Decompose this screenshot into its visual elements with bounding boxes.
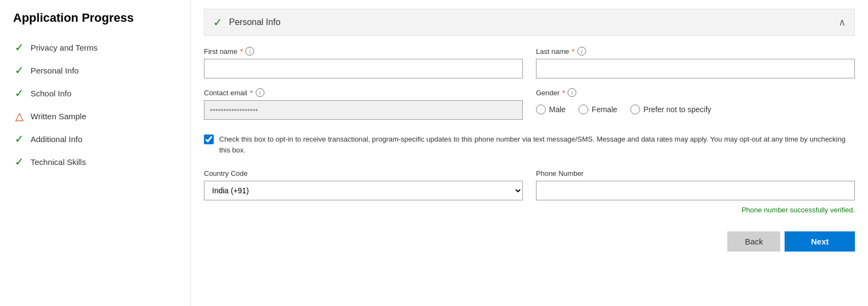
email-info-icon[interactable]: i	[256, 88, 264, 97]
gender-group: Gender * i Male Female Prefer not to spe…	[536, 88, 855, 120]
sidebar-item-school[interactable]: ✓ School Info	[13, 82, 177, 105]
gender-prefer-not-label: Prefer not to specify	[643, 105, 712, 114]
last-name-label: Last name * i	[536, 47, 855, 56]
sidebar: Application Progress ✓ Privacy and Terms…	[0, 0, 191, 306]
sidebar-item-personal[interactable]: ✓ Personal Info	[13, 59, 177, 82]
first-name-input[interactable]	[204, 59, 523, 78]
section-header: ✓ Personal Info ∧	[204, 9, 855, 36]
section-check-icon: ✓	[213, 16, 222, 29]
check-icon-additional: ✓	[13, 133, 25, 145]
next-button[interactable]: Next	[785, 231, 855, 252]
footer-buttons: Back Next	[204, 227, 855, 252]
gender-female-label: Female	[592, 105, 617, 114]
sms-checkbox-label: Check this box to opt-in to receive tran…	[219, 134, 855, 155]
gender-male-label: Male	[549, 105, 565, 114]
gender-male-option[interactable]: Male	[536, 105, 565, 114]
sidebar-label-school: School Info	[31, 89, 71, 98]
gender-options: Male Female Prefer not to specify	[536, 100, 855, 119]
gender-female-option[interactable]: Female	[578, 105, 617, 114]
check-icon-privacy: ✓	[13, 41, 25, 53]
gender-label: Gender * i	[536, 88, 855, 97]
email-required: *	[250, 89, 252, 97]
gender-female-radio[interactable]	[578, 105, 588, 114]
name-row: First name * i Last name * i	[204, 47, 855, 78]
gender-prefer-not-option[interactable]: Prefer not to specify	[630, 105, 712, 114]
phone-row: Country Code India (+91) United States (…	[204, 169, 855, 214]
country-code-label: Country Code	[204, 169, 523, 178]
chevron-up-icon[interactable]: ∧	[839, 16, 846, 28]
phone-input[interactable]	[536, 181, 855, 200]
email-gender-row: Contact email * i Gender * i Male Female	[204, 88, 855, 120]
gender-info-icon[interactable]: i	[568, 88, 576, 97]
check-icon-personal: ✓	[13, 64, 25, 76]
sidebar-item-additional[interactable]: ✓ Additional Info	[13, 127, 177, 150]
first-name-group: First name * i	[204, 47, 523, 78]
main-content: ✓ Personal Info ∧ First name * i Last na…	[191, 0, 868, 306]
first-name-info-icon[interactable]: i	[245, 47, 254, 56]
last-name-input[interactable]	[536, 59, 855, 78]
check-icon-school: ✓	[13, 87, 25, 99]
first-name-required: *	[240, 47, 243, 56]
back-button[interactable]: Back	[727, 231, 780, 252]
sidebar-label-technical: Technical Skills	[31, 157, 86, 167]
email-input[interactable]	[204, 100, 523, 120]
sidebar-item-written[interactable]: △ Written Sample	[13, 105, 177, 127]
check-icon-technical: ✓	[13, 156, 25, 168]
sidebar-label-personal: Personal Info	[31, 66, 79, 75]
last-name-required: *	[572, 47, 575, 56]
last-name-group: Last name * i	[536, 47, 855, 78]
gender-male-radio[interactable]	[536, 105, 546, 114]
gender-required: *	[562, 89, 565, 97]
phone-group: Phone Number Phone number successfully v…	[536, 169, 855, 214]
sidebar-label-additional: Additional Info	[31, 134, 82, 144]
email-label: Contact email * i	[204, 88, 523, 97]
section-title: Personal Info	[229, 17, 839, 27]
country-code-group: Country Code India (+91) United States (…	[204, 169, 523, 214]
country-code-select[interactable]: India (+91) United States (+1) United Ki…	[204, 181, 523, 200]
sidebar-label-written: Written Sample	[31, 112, 86, 121]
sms-checkbox[interactable]	[204, 134, 214, 144]
email-group: Contact email * i	[204, 88, 523, 120]
sidebar-label-privacy: Privacy and Terms	[31, 43, 98, 52]
phone-label: Phone Number	[536, 169, 855, 178]
sidebar-item-technical[interactable]: ✓ Technical Skills	[13, 150, 177, 173]
gender-prefer-not-radio[interactable]	[630, 105, 640, 114]
verified-text: Phone number successfully verified.	[536, 206, 855, 214]
last-name-info-icon[interactable]: i	[577, 47, 586, 56]
sidebar-item-privacy[interactable]: ✓ Privacy and Terms	[13, 36, 177, 59]
warning-icon-written: △	[13, 110, 25, 122]
first-name-label: First name * i	[204, 47, 523, 56]
sidebar-title: Application Progress	[13, 11, 177, 25]
sms-checkbox-row: Check this box to opt-in to receive tran…	[204, 130, 855, 160]
